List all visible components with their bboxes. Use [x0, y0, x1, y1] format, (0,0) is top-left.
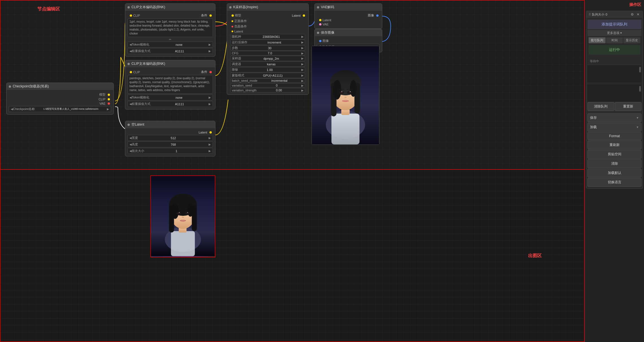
- ksampler-after-row[interactable]: 运行后操作 increment ▶: [230, 40, 305, 45]
- right-sidebar: 操作区 ⠿ 队列大小 0 ⚙ ✕ 添加提示词队列 更多选项 ▾: [585, 0, 644, 342]
- vae-image-output: 图像: [368, 13, 380, 18]
- ksampler-title: K采样器(Inspire): [233, 5, 258, 10]
- output-area-label: 出图区: [528, 253, 542, 259]
- refresh2-button[interactable]: 重刷新: [587, 141, 641, 149]
- output-image: [151, 176, 215, 257]
- svg-point-11: [350, 80, 357, 96]
- run-button[interactable]: 运行中: [589, 45, 640, 55]
- output-image-container: [150, 175, 215, 257]
- output-area: 出图区: [0, 170, 585, 342]
- clip2-output-connector: [209, 71, 212, 73]
- ksampler-bsm-row[interactable]: batch_seed_mode incremental ▶: [230, 78, 305, 83]
- vae-vae-connector: [319, 23, 321, 25]
- paste-row: 剪贴空间: [587, 150, 641, 159]
- output-girl-svg: [151, 175, 215, 257]
- ksampler-denoise-row[interactable]: 降噪 1.00 ▶: [230, 67, 305, 72]
- waiting-label: 等待中: [590, 59, 599, 63]
- svg-point-16: [342, 91, 342, 92]
- save-label: 保存: [590, 115, 597, 120]
- ksampler-mask-value: GPU(=A1111): [263, 74, 282, 77]
- arrow-left[interactable]: ◀: [11, 107, 13, 111]
- clip1-dot: [127, 6, 130, 8]
- checkpoint-output-vae: VAE: [9, 102, 111, 105]
- ksampler-latent-output: Latent: [292, 14, 306, 17]
- ksampler-sampler-row[interactable]: 采样器 dpmpp_2m ▶: [230, 56, 305, 61]
- clip2-weight-field[interactable]: ◀ 权重插值方式 A1111 ▶: [127, 101, 213, 107]
- ksampler-steps-row[interactable]: 步数 30 ▶: [230, 45, 305, 51]
- load-button[interactable]: 加载 ▼: [587, 123, 641, 132]
- latent-width-field[interactable]: ◀ 宽度 512 ▶: [127, 135, 213, 141]
- latent-batch-field[interactable]: ◀ 批次大小 1 ▶: [127, 148, 213, 154]
- tab-queue[interactable]: 批引队列: [589, 37, 606, 43]
- refresh2-row: 重刷新: [587, 141, 641, 149]
- ksampler-cfg-row[interactable]: CFG 7.0 ▶: [230, 51, 305, 55]
- load-default-button[interactable]: 加载默认: [587, 169, 641, 177]
- refresh-button[interactable]: 重置新: [615, 102, 642, 111]
- format-row: Format: [587, 132, 641, 140]
- scrollbar-thumb-2[interactable]: [639, 86, 641, 92]
- node-clip2-body: CLIP 条件 paintings, sketches, (worst qual…: [125, 67, 215, 109]
- load-arrow-icon: ▼: [636, 126, 639, 129]
- ksampler-vseed-row[interactable]: variation_seed 0 ▶: [230, 83, 305, 88]
- tabs-row: 批引队列 时间 显示历史: [587, 37, 641, 44]
- latent-batch-value: 1: [144, 149, 209, 153]
- gear-icon[interactable]: ⚙: [630, 12, 635, 17]
- clip1-input: CLIP: [127, 14, 140, 17]
- node-checkpoint-header: Checkpoint加载器(简易): [7, 83, 113, 90]
- clip2-input: CLIP: [127, 70, 140, 74]
- queue-count: 0: [606, 13, 607, 16]
- clip2-token-field[interactable]: ◀ Token规格化 none ▶: [127, 94, 213, 100]
- main-layout: 节点编辑区: [0, 0, 644, 342]
- ksampler-dot: [229, 6, 232, 8]
- clip-output: CLIP: [99, 98, 111, 101]
- ksampler-seed-row[interactable]: 随机种 2366584361 ▶: [230, 34, 305, 39]
- node-checkpoint-body: 模型 CLIP VAE: [7, 90, 113, 114]
- format-button[interactable]: Format: [587, 132, 641, 140]
- latent-height-field[interactable]: ◀ 高度 768 ▶: [127, 141, 213, 147]
- latent-output-connector: [209, 131, 212, 134]
- clip1-token-value: none: [149, 43, 209, 46]
- clip1-output: 条件: [201, 13, 213, 18]
- node-vae-body: 图像 Latent VAE: [315, 11, 382, 29]
- ksampler-steps-value: 30: [268, 46, 271, 50]
- ksampler-mask-row[interactable]: 蒙版模式 GPU(=A1111) ▶: [230, 73, 305, 78]
- model-output: 模型: [99, 93, 111, 97]
- scrollbar-thumb-1[interactable]: [639, 67, 641, 72]
- save-button[interactable]: 保存 ▼: [587, 113, 641, 122]
- queue-settings: ⚙ ✕: [630, 12, 640, 17]
- switch-lang-button[interactable]: 切换语言: [587, 178, 641, 187]
- arrow-right[interactable]: ▶: [107, 107, 109, 111]
- show-history-btn[interactable]: 显示历史: [623, 37, 640, 43]
- ksampler-model-input: 模型: [229, 13, 241, 18]
- paste-button[interactable]: 剪贴空间: [587, 150, 641, 159]
- svg-point-15: [348, 91, 351, 93]
- node-latent-body: Latent ◀ 宽度 512 ▶ ◀ 高度 768 ▶: [125, 128, 215, 156]
- clip2-text[interactable]: paintings, sketches, (worst quality:2), …: [127, 75, 213, 94]
- clear-queue-button[interactable]: 清除队列: [587, 102, 614, 111]
- latent-title: 空Latent: [131, 122, 144, 127]
- latent-output: Latent: [198, 131, 213, 134]
- svg-rect-21: [171, 231, 195, 256]
- more-options-button[interactable]: 更多选项 ▾: [587, 30, 641, 36]
- ksampler-vstrength-row[interactable]: variation_strength 0.00 ▶: [230, 88, 305, 93]
- svg-point-29: [187, 203, 194, 217]
- latent-dot: [127, 124, 130, 126]
- checkpoint-name-field[interactable]: ◀ Checkpoint名称 1.5模型写实里番人造人_v1080-none.s…: [9, 106, 111, 112]
- add-prompt-button[interactable]: 添加提示词队列: [587, 20, 641, 29]
- node-clip2: CLIP文本编码器(BNK) CLIP 条件 paintings, sketch: [125, 60, 215, 109]
- clip1-token-field[interactable]: ◀ Token规格化 none ▶: [127, 42, 213, 48]
- clear-button[interactable]: 清除: [587, 159, 641, 168]
- ksampler-scheduler-row[interactable]: 调度器 karras ▶: [230, 61, 305, 67]
- svg-point-14: [340, 91, 343, 93]
- close-icon[interactable]: ✕: [636, 12, 640, 17]
- spacer2: [587, 83, 641, 84]
- clip1-weight-field[interactable]: ◀ 权重插值方式 A1111 ▶: [127, 48, 213, 54]
- vae-connector: [108, 102, 110, 105]
- clip1-text[interactable]: 1girl, moyou, leogirl, cute 1girl, messy…: [127, 18, 213, 37]
- clip1-input-connector: [130, 14, 132, 17]
- queue-title: 队列大小: [592, 12, 604, 17]
- save-dot: [317, 32, 319, 34]
- node-save-header: 保存图像: [315, 29, 382, 36]
- tab-history[interactable]: 时间: [606, 37, 623, 43]
- ksampler-seed-value: 2366584361: [263, 35, 280, 38]
